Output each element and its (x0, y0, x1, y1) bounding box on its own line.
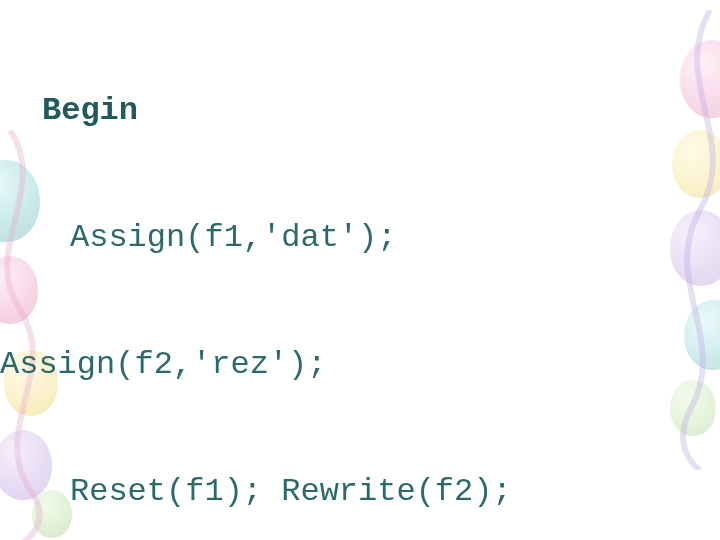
keyword-begin: Begin (42, 92, 138, 129)
code-line: Begin (0, 90, 720, 132)
code-line: Reset(f1); Rewrite(f2); (0, 471, 720, 513)
code-line: Assign(f1,'dat'); (0, 217, 720, 259)
code-block: Begin Assign(f1,'dat'); Assign(f2,'rez')… (0, 0, 720, 540)
code-line: Assign(f2,'rez'); (0, 344, 720, 386)
